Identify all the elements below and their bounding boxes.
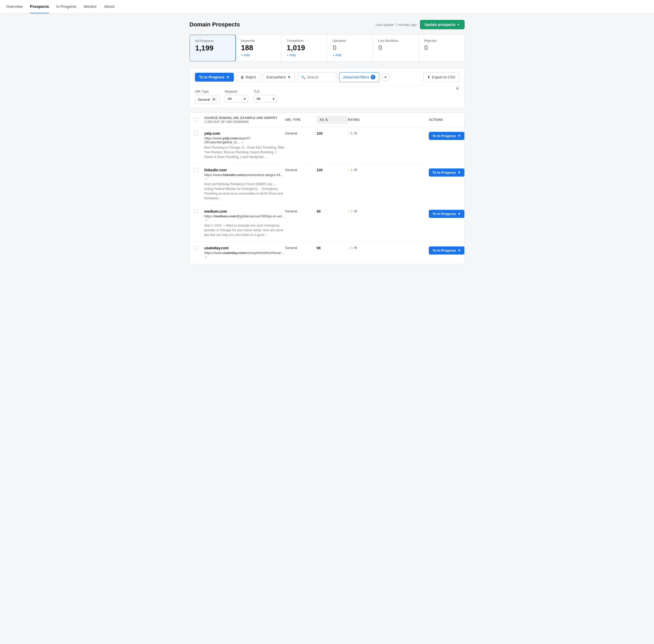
stat-keywords[interactable]: Keywords 188 + Add bbox=[236, 35, 281, 61]
chevron-down-icon: ▼ bbox=[457, 170, 461, 175]
row-checkbox[interactable] bbox=[194, 131, 204, 136]
stat-keywords-value: 188 bbox=[241, 44, 276, 52]
url-type-label: URL Type bbox=[195, 90, 220, 93]
export-label: Export to CSV bbox=[432, 75, 455, 79]
domain-name: linkedin.com bbox=[204, 168, 285, 172]
close-advanced-button[interactable]: ✕ bbox=[382, 73, 389, 81]
actions-cell: To In Progress ▼ 🗑 bbox=[429, 246, 460, 255]
chevron-right-icon: › bbox=[348, 246, 349, 250]
nav-item-inprogress[interactable]: In Progress bbox=[56, 0, 76, 13]
export-csv-button[interactable]: ⬆ Export to CSV bbox=[423, 72, 459, 82]
table-row: yelp.com https://www.yelp.com/search?cfl… bbox=[190, 127, 464, 164]
keyword-label: Keyword bbox=[225, 90, 248, 93]
stat-uploaded[interactable]: Uploaded 0 + Add bbox=[327, 35, 373, 61]
sort-icon: ⇅ bbox=[325, 118, 328, 122]
domain-snippet: Sep 3, 2018 — Want to evaluate one such … bbox=[204, 223, 285, 237]
as-value: 100 bbox=[317, 131, 348, 136]
as-value: 98 bbox=[317, 246, 348, 250]
url-type: General bbox=[285, 168, 317, 172]
domain-url: https://www.linkedin.com/posts/andrea-al… bbox=[204, 173, 285, 181]
row-checkbox[interactable] bbox=[194, 209, 204, 214]
to-in-progress-row-button[interactable]: To In Progress ▼ bbox=[429, 168, 465, 177]
chevron-down-icon: ▼ bbox=[226, 75, 230, 79]
main-nav: Overview Prospects In Progress Monitor A… bbox=[0, 0, 654, 14]
filter-section: To In Progress ▼ 🗑 Reject Everywhere ▼ 🔍… bbox=[189, 68, 465, 108]
search-icon: 🔍 bbox=[301, 75, 305, 79]
remove-url-type-button[interactable]: ✕ bbox=[211, 97, 217, 102]
table-body: yelp.com https://www.yelp.com/search?cfl… bbox=[190, 127, 464, 264]
actions-cell: To In Progress ▼ 🗑 bbox=[429, 168, 460, 177]
row-checkbox[interactable] bbox=[194, 168, 204, 173]
nav-item-overview[interactable]: Overview bbox=[6, 0, 23, 13]
to-in-progress-row-button[interactable]: To In Progress ▼ bbox=[429, 247, 465, 254]
external-link-icon[interactable]: ↗ bbox=[205, 177, 207, 181]
rating-denominator: /5 bbox=[354, 209, 357, 213]
search-input[interactable] bbox=[307, 75, 333, 79]
update-prospects-button[interactable]: Update prospects ▼ bbox=[420, 20, 465, 29]
keyword-select[interactable]: All bbox=[225, 95, 248, 102]
page-header: Domain Prospects Last update: 7 minutes … bbox=[189, 20, 465, 29]
to-in-progress-button[interactable]: To In Progress ▼ bbox=[195, 73, 234, 82]
rating-numerator: 4 bbox=[351, 168, 353, 172]
external-link-icon[interactable]: ↗ bbox=[241, 141, 243, 144]
stat-competitors-add[interactable]: + Add bbox=[287, 53, 322, 57]
tld-filter-group: TLD All ▼ bbox=[253, 90, 277, 102]
to-progress-label: To In Progress bbox=[432, 212, 456, 216]
select-all-checkbox[interactable] bbox=[194, 117, 204, 122]
rating: › 3/5 bbox=[348, 246, 429, 250]
col-rating: Rating bbox=[348, 118, 429, 122]
trash-icon: 🗑 bbox=[241, 75, 244, 79]
nav-item-monitor[interactable]: Monitor bbox=[84, 0, 97, 13]
tld-label: TLD bbox=[253, 90, 277, 93]
stat-competitors-value: 1,019 bbox=[287, 44, 322, 52]
stat-uploaded-add[interactable]: + Add bbox=[333, 53, 367, 57]
to-in-progress-label: To In Progress bbox=[199, 75, 224, 79]
col-actions: Actions bbox=[429, 118, 460, 122]
everywhere-label: Everywhere bbox=[267, 75, 286, 79]
tld-select[interactable]: All bbox=[253, 95, 277, 102]
advanced-filters-button[interactable]: Advanced filters 1 bbox=[339, 72, 379, 82]
actions-cell: To In Progress ▼ 🗑 bbox=[429, 131, 460, 140]
row-checkbox[interactable] bbox=[194, 246, 204, 251]
stat-all-prospects[interactable]: All Prospects 1,199 bbox=[189, 34, 236, 62]
external-link-icon[interactable]: ↗ bbox=[205, 255, 207, 258]
actions-cell: To In Progress ▼ 🗑 bbox=[429, 209, 460, 218]
to-in-progress-row-button[interactable]: To In Progress ▼ bbox=[429, 132, 465, 140]
upload-icon: ⬆ bbox=[427, 75, 430, 79]
stat-competitors[interactable]: Competitors 1,019 + Add bbox=[281, 35, 327, 61]
prospects-table: Source Domain, URL Example and Snippet 1… bbox=[189, 113, 465, 264]
domain-name: yelp.com bbox=[204, 131, 285, 136]
rating: › 3/5 bbox=[348, 209, 429, 213]
stat-uploaded-label: Uploaded bbox=[333, 39, 367, 43]
domain-url: https://www.yelp.com/search?cflt=plumbin… bbox=[204, 136, 285, 144]
to-in-progress-row-button[interactable]: To In Progress ▼ bbox=[429, 210, 465, 218]
external-link-icon[interactable]: ↗ bbox=[205, 219, 207, 222]
rating: › 5/5 bbox=[348, 131, 429, 135]
col-domain-count: 1-100 out of 1001 domains bbox=[204, 120, 285, 124]
reject-label: Reject bbox=[246, 75, 256, 79]
stat-lost-value: 0 bbox=[378, 44, 413, 52]
domain-snippet: Kent and Medway Resilience Forum (KMRF) … bbox=[204, 182, 285, 201]
advanced-filters-badge: 1 bbox=[371, 75, 376, 79]
keyword-filter-group: Keyword All ▼ bbox=[225, 90, 248, 102]
stat-keywords-add[interactable]: + Add bbox=[241, 53, 276, 57]
table-row: usatoday.com https://www.usatoday.com/mo… bbox=[190, 242, 464, 264]
close-adv-panel-button[interactable]: ✕ bbox=[456, 86, 459, 91]
row-domain-info: usatoday.com https://www.usatoday.com/mo… bbox=[204, 246, 285, 260]
chevron-down-icon: ▼ bbox=[457, 249, 461, 252]
stat-rejected[interactable]: Rejected 0 bbox=[419, 35, 464, 61]
nav-item-prospects[interactable]: Prospects bbox=[30, 0, 49, 13]
reject-button[interactable]: 🗑 Reject bbox=[236, 72, 260, 82]
url-type-filter-group: URL Type General ✕ bbox=[195, 90, 220, 104]
col-as[interactable]: AS ⇅ bbox=[317, 116, 348, 124]
stat-rejected-value: 0 bbox=[424, 44, 459, 52]
table-row: linkedin.com https://www.linkedin.com/po… bbox=[190, 164, 464, 205]
table-header: Source Domain, URL Example and Snippet 1… bbox=[190, 113, 464, 127]
domain-url: https://medium.com/@goldamaccan765/tips-… bbox=[204, 214, 285, 222]
everywhere-dropdown[interactable]: Everywhere ▼ bbox=[263, 72, 295, 82]
nav-item-about[interactable]: About bbox=[104, 0, 114, 13]
chevron-down-icon: ▼ bbox=[457, 212, 461, 216]
to-progress-label: To In Progress bbox=[432, 134, 456, 138]
stat-lost-backlinks[interactable]: Lost Backlinks 0 bbox=[373, 35, 419, 61]
url-type-value: General bbox=[198, 97, 210, 101]
